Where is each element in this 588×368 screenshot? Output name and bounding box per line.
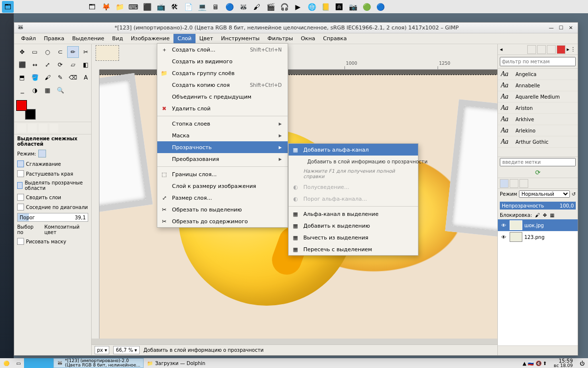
- layers-toolbar[interactable]: [498, 345, 578, 355]
- menu-Инструменты[interactable]: Инструменты: [217, 34, 264, 43]
- opt-diagonal[interactable]: Соседние по диагонали: [14, 202, 91, 212]
- tool-icon[interactable]: ▭: [29, 46, 41, 58]
- pinned-app[interactable]: [24, 358, 39, 368]
- tool-icon[interactable]: ✎: [54, 72, 66, 83]
- close-button[interactable]: ✕: [567, 24, 575, 32]
- menu-item[interactable]: ▦Пересечь с выделением: [289, 243, 418, 255]
- opt-transparent[interactable]: Выделять прозрачные области: [14, 179, 91, 192]
- labels-input[interactable]: [500, 158, 576, 166]
- taskbar-app-icon[interactable]: 📒: [319, 1, 331, 13]
- show-desktop[interactable]: ▭: [13, 358, 24, 368]
- font-row[interactable]: AaArlekino: [498, 125, 578, 136]
- taskbar-app-icon[interactable]: 🦝: [237, 1, 249, 13]
- taskbar-gimp[interactable]: 🦝 *[123] (импортировано)-2.0(Цвета RGB 8…: [53, 358, 144, 368]
- tool-icon[interactable]: ▱: [67, 59, 79, 71]
- minimize-button[interactable]: —: [547, 24, 555, 32]
- tool-icon[interactable]: ⬛: [16, 59, 28, 71]
- tool-icon[interactable]: ⎯: [16, 84, 28, 96]
- taskbar-app-icon[interactable]: 🖥: [210, 1, 221, 13]
- taskbar-app-icon[interactable]: 🟢: [361, 1, 372, 13]
- menu-item[interactable]: Прозрачность▶: [157, 141, 288, 153]
- blend-mode-row[interactable]: Режим Нормальный ↺: [498, 189, 578, 199]
- logout-icon[interactable]: ⏻: [576, 358, 588, 368]
- menu-item[interactable]: ✖Удалить слой: [157, 103, 288, 114]
- menu-item[interactable]: Маска▶: [157, 130, 288, 141]
- zoom-select[interactable]: 66,7 % ▾: [113, 346, 139, 354]
- lock-brush-icon[interactable]: 🖌: [535, 212, 540, 218]
- opt-merged[interactable]: Сводить слои: [14, 192, 91, 202]
- scrollbar-horizontal[interactable]: [92, 339, 497, 344]
- menu-Выделение[interactable]: Выделение: [68, 34, 108, 43]
- menu-item[interactable]: ⬚Границы слоя...: [157, 168, 288, 180]
- tool-icon[interactable]: 🖌: [42, 72, 53, 83]
- menu-Окна[interactable]: Окна: [297, 34, 319, 43]
- menu-Изображение[interactable]: Изображение: [127, 34, 173, 43]
- lock-move-icon[interactable]: ✥: [543, 212, 547, 218]
- tool-icon[interactable]: A: [80, 72, 92, 83]
- taskbar-app-icon[interactable]: 📷: [347, 1, 359, 13]
- taskbar-app-icon[interactable]: 🔵: [223, 1, 235, 13]
- tool-icon[interactable]: ⤢: [42, 59, 53, 71]
- menu-Файл[interactable]: Файл: [17, 34, 40, 43]
- menu-layer[interactable]: ＋Создать слой...Shift+Ctrl+NСоздать из в…: [157, 43, 288, 228]
- menu-item[interactable]: ＋Создать слой...Shift+Ctrl+N: [157, 44, 288, 55]
- dock-tabs-layers[interactable]: [498, 178, 578, 189]
- tool-icon[interactable]: ✥: [16, 46, 28, 58]
- threshold-row[interactable]: Порог39,1: [14, 212, 91, 223]
- menubar[interactable]: ФайлПравкаВыделениеВидИзображениеСлойЦве…: [14, 33, 578, 44]
- font-row[interactable]: AaAquarelle Medium: [498, 91, 578, 103]
- tool-icon[interactable]: ⊂: [54, 46, 66, 58]
- tool-icon[interactable]: ◧: [80, 59, 92, 71]
- tool-icon[interactable]: ○: [42, 46, 53, 58]
- tool-icon[interactable]: ✂: [80, 46, 92, 58]
- taskbar-app-icon[interactable]: 🦊: [100, 1, 112, 13]
- eye-icon[interactable]: 👁: [500, 223, 508, 228]
- tool-icon[interactable]: ⟳: [54, 59, 66, 71]
- menu-Цвет[interactable]: Цвет: [196, 34, 217, 43]
- menu-Правка[interactable]: Правка: [40, 34, 68, 43]
- menu-item[interactable]: Добавить в слой информацию о прозрачност…: [289, 156, 418, 167]
- tool-options-tabs[interactable]: [14, 122, 91, 134]
- image-thumb[interactable]: [96, 45, 119, 61]
- tool-icon[interactable]: 🪣: [29, 72, 41, 83]
- taskbar-app-icon[interactable]: 📺: [155, 1, 167, 13]
- reload-icon[interactable]: ⟳: [498, 167, 578, 178]
- tool-icon[interactable]: ▦: [42, 84, 53, 96]
- layer-item[interactable]: 👁123.png: [498, 231, 578, 243]
- tray[interactable]: ▲ 🇷🇺 🔇 ⬆: [519, 358, 551, 368]
- taskbar-app-icon[interactable]: 🎧: [278, 1, 290, 13]
- opacity-row[interactable]: Непрозрачность100,0: [498, 199, 578, 211]
- pinned-app[interactable]: [39, 358, 53, 368]
- font-filter-input[interactable]: [500, 57, 576, 66]
- menu-item[interactable]: ✂Обрезать до содержимого: [157, 215, 288, 227]
- font-row[interactable]: AaAriston: [498, 103, 578, 114]
- reset-icon[interactable]: ↺: [572, 191, 576, 197]
- menu-item[interactable]: Преобразования▶: [157, 153, 288, 165]
- menu-Фильтры[interactable]: Фильтры: [264, 34, 297, 43]
- clock[interactable]: 15:59вс 18.09: [550, 358, 576, 368]
- font-row[interactable]: AaArkhive: [498, 114, 578, 125]
- taskbar-app-icon[interactable]: 🔵: [374, 1, 386, 13]
- font-row[interactable]: AaAnnabelle: [498, 80, 578, 91]
- menu-item[interactable]: ▦Добавить к выделению: [289, 220, 418, 232]
- taskbar-app-icon[interactable]: ⌨: [127, 1, 139, 13]
- menu-item[interactable]: 📁Создать группу слоёв: [157, 67, 288, 79]
- layer-list[interactable]: 👁шок.jpg👁123.png: [498, 219, 578, 345]
- menu-item[interactable]: ▦Добавить альфа-канал: [289, 144, 418, 156]
- font-row[interactable]: AaAngelica: [498, 69, 578, 80]
- lock-row[interactable]: Блокировка: 🖌 ✥ ▦: [498, 211, 578, 219]
- maximize-button[interactable]: ☐: [557, 24, 565, 32]
- menu-item[interactable]: Слой к размеру изображения: [157, 180, 288, 192]
- menu-item[interactable]: Создать копию слояShift+Ctrl+D: [157, 79, 288, 91]
- taskbar-app-icon[interactable]: 🛠: [169, 1, 180, 13]
- tool-icon[interactable]: ↔: [29, 59, 41, 71]
- tool-icon[interactable]: ◑: [29, 84, 41, 96]
- fg-color[interactable]: [16, 100, 27, 111]
- menu-Справка[interactable]: Справка: [319, 34, 350, 43]
- tool-icon[interactable]: ✏: [67, 46, 79, 58]
- menu-item[interactable]: ▦Вычесть из выделения: [289, 232, 418, 243]
- titlebar[interactable]: 🦝 *[123] (импортировано)-2.0 (Цвета RGB …: [14, 23, 578, 33]
- tb-icon[interactable]: 🗔: [2, 1, 14, 13]
- taskbar-app-icon[interactable]: 🎬: [265, 1, 276, 13]
- opt-feather[interactable]: Растушевать края: [14, 169, 91, 179]
